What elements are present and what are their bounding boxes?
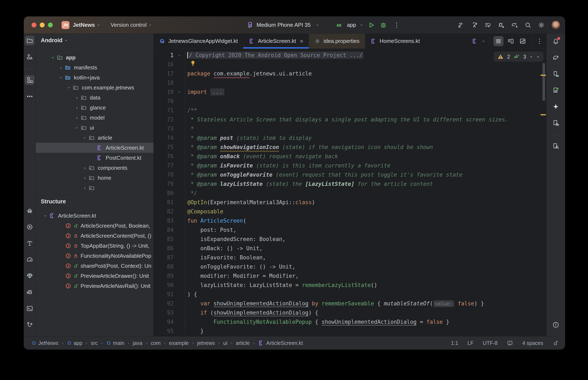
previous-problem-icon[interactable]: › xyxy=(528,55,534,58)
tree-item-app[interactable]: ›app xyxy=(36,53,153,62)
tree-chevron-icon[interactable]: › xyxy=(58,74,64,81)
tree-item-com.example.jetnews[interactable]: ›com.example.jetnews xyxy=(36,83,153,93)
gutter[interactable]: 70 xyxy=(154,96,185,106)
breadcrumb-item[interactable]: com xyxy=(151,340,161,346)
breadcrumb-item[interactable]: article xyxy=(236,340,250,346)
tool-elephant-button[interactable] xyxy=(551,53,561,62)
profiler-lines-button-icon[interactable] xyxy=(484,21,491,29)
tree-item-components[interactable]: ›components xyxy=(36,163,153,173)
editor-tab[interactable]: JetnewsGlanceAppWidget.kt xyxy=(154,34,243,49)
project-logo[interactable]: JN xyxy=(61,21,69,29)
run-configuration[interactable]: app xyxy=(347,22,356,28)
structure-item[interactable]: fTopAppBar(String, () -> Unit, xyxy=(36,241,153,251)
structure-item[interactable]: fArticleScreenContent(Post, () xyxy=(36,231,153,241)
structure-item[interactable]: fPreviewArticleDrawer(): Unit xyxy=(36,271,153,281)
gutter[interactable]: 77 xyxy=(154,161,185,170)
lines-view-button[interactable] xyxy=(493,36,504,46)
breadcrumb-item[interactable]: ui xyxy=(223,340,227,346)
gutter[interactable]: 16 xyxy=(154,60,185,69)
gutter[interactable]: 83 xyxy=(154,216,185,225)
gutter[interactable]: 86 xyxy=(154,244,185,253)
structure-item[interactable]: fsharePost(Post, Context): Un xyxy=(36,261,153,271)
gutter[interactable]: 89 xyxy=(154,271,185,281)
more-actions-icon[interactable]: ⋮ xyxy=(394,21,400,29)
tree-chevron-icon[interactable]: › xyxy=(43,212,48,219)
tool-circle-exclaim-button[interactable] xyxy=(551,320,561,330)
tree-item-model[interactable]: ›model xyxy=(36,113,153,123)
hammer-button-icon[interactable] xyxy=(457,21,465,29)
tool-bell-button[interactable] xyxy=(551,37,561,46)
gutter[interactable]: 72 xyxy=(154,115,185,124)
tree-item-PostContent.kt[interactable]: PostContent.kt xyxy=(36,153,153,163)
tree-chevron-icon[interactable]: › xyxy=(74,124,80,132)
gutter[interactable]: 71 xyxy=(154,106,185,115)
gutter[interactable]: 81 xyxy=(154,198,185,207)
gear-button-icon[interactable] xyxy=(538,21,545,29)
tree-item-kotlin+java[interactable]: ›kotlin+java xyxy=(36,73,153,83)
gutter[interactable]: 75 xyxy=(154,143,185,152)
caret-position[interactable]: 1:1 xyxy=(451,340,458,346)
intention-bulb-icon[interactable] xyxy=(190,61,196,68)
user-avatar[interactable] xyxy=(551,20,560,30)
tool-speedometer-button[interactable] xyxy=(25,255,35,265)
gutter[interactable]: 74 xyxy=(154,133,185,143)
gutter[interactable]: 91 xyxy=(154,290,185,299)
tool-terminal-button[interactable] xyxy=(25,304,35,313)
tree-item-ArticleScreen.kt[interactable]: ArticleScreen.kt xyxy=(36,143,153,153)
breadcrumb-item[interactable]: app xyxy=(67,340,82,346)
gutter[interactable]: 19› xyxy=(154,87,185,96)
file-writable-icon[interactable] xyxy=(552,340,559,346)
tree-chevron-icon[interactable]: › xyxy=(73,115,81,120)
gutter[interactable]: 87 xyxy=(154,253,185,262)
gutter[interactable]: 18 xyxy=(154,78,185,87)
gutter[interactable]: 82 xyxy=(154,207,185,216)
gutter[interactable]: 17 xyxy=(154,69,185,78)
line-ending[interactable]: LF xyxy=(467,340,474,346)
tool-folder-button[interactable] xyxy=(25,36,35,45)
breadcrumb-item[interactable]: example xyxy=(169,340,189,346)
close-tab-icon[interactable]: × xyxy=(300,38,304,45)
bug-attach-button-icon[interactable] xyxy=(498,21,505,29)
android-head-icon[interactable] xyxy=(335,21,343,29)
tree-chevron-icon[interactable]: › xyxy=(50,54,56,61)
inspection-widget[interactable]: 2 ✓✓ 3 › › xyxy=(494,52,544,62)
gutter[interactable]: 79 xyxy=(154,179,185,189)
indent-setting[interactable]: 4 spaces xyxy=(522,340,543,346)
editor-tab[interactable]: HomeScreens.kt xyxy=(365,34,425,49)
gutter[interactable]: 73 xyxy=(154,124,185,133)
project-menu[interactable]: JetNews › xyxy=(73,22,100,28)
structure-item[interactable]: fFunctionalityNotAvailablePop xyxy=(36,251,153,261)
breadcrumb-item[interactable]: java xyxy=(133,340,142,346)
tool-sparkle-button[interactable] xyxy=(551,102,561,111)
tree-item-clipped[interactable]: › xyxy=(36,183,153,193)
tool-git-branch-button[interactable] xyxy=(25,320,35,330)
gutter[interactable]: 85 xyxy=(154,234,185,244)
editor-options-icon[interactable]: ⋮ xyxy=(536,38,543,45)
debug-button-icon[interactable] xyxy=(379,21,387,29)
breadcrumb-item[interactable]: jetnews xyxy=(197,340,215,346)
tree-chevron-icon[interactable]: › xyxy=(81,175,88,181)
tool-more-h-button[interactable] xyxy=(25,92,35,101)
warning-stripe-mark[interactable] xyxy=(541,75,546,76)
editor-tab[interactable]: ArticleScreen.kt× xyxy=(243,34,309,49)
split-view-button[interactable] xyxy=(506,36,516,46)
tool-gem-button[interactable] xyxy=(25,271,35,281)
tool-phone-android-button[interactable] xyxy=(551,69,561,79)
structure-item[interactable]: fPreviewArticleNavRail(): Unit xyxy=(36,281,153,291)
tree-chevron-icon[interactable]: › xyxy=(66,84,72,91)
close-window-button[interactable] xyxy=(32,22,36,27)
run-button-icon[interactable] xyxy=(367,21,375,29)
breadcrumb-item[interactable]: JetNews xyxy=(31,340,58,346)
tree-item-data[interactable]: ›data xyxy=(36,93,153,103)
tool-phone-search-button[interactable] xyxy=(551,141,561,151)
tool-grid-button[interactable] xyxy=(25,75,35,85)
tree-item-glance[interactable]: ›glance xyxy=(36,103,153,113)
breadcrumb-item[interactable]: ArticleScreen.kt xyxy=(258,340,303,346)
search-button-icon[interactable] xyxy=(524,21,531,29)
warning-stripe-mark[interactable] xyxy=(541,114,546,115)
gutter[interactable]: 84 xyxy=(154,225,185,234)
code-viewport[interactable]: 1›/ Copyright 2020 The Android Open Sour… xyxy=(154,49,546,336)
tree-item-ui[interactable]: ›ui xyxy=(36,123,153,133)
tree-chevron-icon[interactable]: › xyxy=(81,165,88,171)
gradle-sync-button-icon[interactable] xyxy=(511,21,518,29)
